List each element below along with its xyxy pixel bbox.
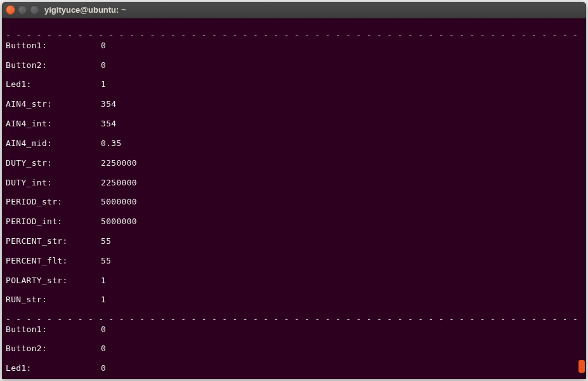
row-label: Button2: xyxy=(6,344,101,353)
terminal-output: - - - - - - - - - - - - - - - - - - - - … xyxy=(6,21,582,379)
row-value: 354 xyxy=(101,99,116,109)
output-row: Button2:0 xyxy=(6,344,582,353)
row-value: 0 xyxy=(101,324,106,334)
row-label: Button1: xyxy=(6,324,101,334)
row-value: 5000000 xyxy=(101,217,137,226)
row-value: 2250000 xyxy=(101,158,137,168)
row-value: 2250000 xyxy=(101,178,137,187)
maximize-icon[interactable] xyxy=(30,5,39,15)
row-value: 5000000 xyxy=(101,197,137,206)
row-label: POLARTY_str: xyxy=(6,276,101,285)
row-value: 0 xyxy=(101,344,106,353)
output-row: Led1:0 xyxy=(6,363,582,373)
output-row: RUN_str:1 xyxy=(6,295,582,304)
separator-line: - - - - - - - - - - - - - - - - - - - - … xyxy=(6,314,578,324)
titlebar[interactable]: yigityuce@ubuntu: ~ xyxy=(2,2,586,18)
row-label: Button1: xyxy=(6,41,101,50)
output-row: AIN4_int:354 xyxy=(6,119,582,128)
row-label: PERIOD_str: xyxy=(6,197,101,206)
terminal-body[interactable]: - - - - - - - - - - - - - - - - - - - - … xyxy=(2,18,586,379)
close-icon[interactable] xyxy=(6,5,15,15)
row-value: 1 xyxy=(101,295,106,304)
row-value: 0.35 xyxy=(101,138,122,148)
output-row: Button2:0 xyxy=(6,60,582,70)
row-label: AIN4_str: xyxy=(6,99,101,109)
row-value: 0 xyxy=(101,363,106,373)
row-label: Led1: xyxy=(6,363,101,373)
terminal-window: yigityuce@ubuntu: ~ - - - - - - - - - - … xyxy=(2,2,586,379)
row-value: 0 xyxy=(101,60,106,70)
output-row: PERIOD_str:5000000 xyxy=(6,197,582,206)
row-label: DUTY_str: xyxy=(6,158,101,168)
row-label: AIN4_mid: xyxy=(6,138,101,148)
row-value: 0 xyxy=(101,41,106,50)
window-controls xyxy=(6,5,39,15)
output-row: PERCENT_str:55 xyxy=(6,236,582,246)
row-label: PERIOD_int: xyxy=(6,217,101,226)
row-value: 1 xyxy=(101,276,106,285)
output-row: DUTY_str:2250000 xyxy=(6,158,582,168)
window-title: yigityuce@ubuntu: ~ xyxy=(44,5,126,15)
separator-line: - - - - - - - - - - - - - - - - - - - - … xyxy=(6,30,578,40)
row-label: RUN_str: xyxy=(6,295,101,304)
row-label: Button2: xyxy=(6,60,101,70)
row-value: 55 xyxy=(101,236,111,246)
output-row: PERIOD_int:5000000 xyxy=(6,217,582,226)
output-row: Button1:0 xyxy=(6,324,582,334)
row-value: 354 xyxy=(101,119,116,128)
row-label: Led1: xyxy=(6,79,101,89)
output-row: POLARTY_str:1 xyxy=(6,276,582,285)
row-value: 1 xyxy=(101,79,106,89)
row-label: PERCENT_flt: xyxy=(6,256,101,265)
minimize-icon[interactable] xyxy=(18,5,27,15)
row-value: 55 xyxy=(101,256,111,265)
row-label: DUTY_int: xyxy=(6,178,101,187)
output-row: AIN4_mid:0.35 xyxy=(6,138,582,148)
row-label: PERCENT_str: xyxy=(6,236,101,246)
output-row: Led1:1 xyxy=(6,79,582,89)
output-row: DUTY_int:2250000 xyxy=(6,178,582,187)
output-row: Button1:0 xyxy=(6,41,582,50)
output-row: PERCENT_flt:55 xyxy=(6,256,582,265)
row-label: AIN4_int: xyxy=(6,119,101,128)
scrollbar-thumb[interactable] xyxy=(578,360,585,373)
output-row: AIN4_str:354 xyxy=(6,99,582,109)
